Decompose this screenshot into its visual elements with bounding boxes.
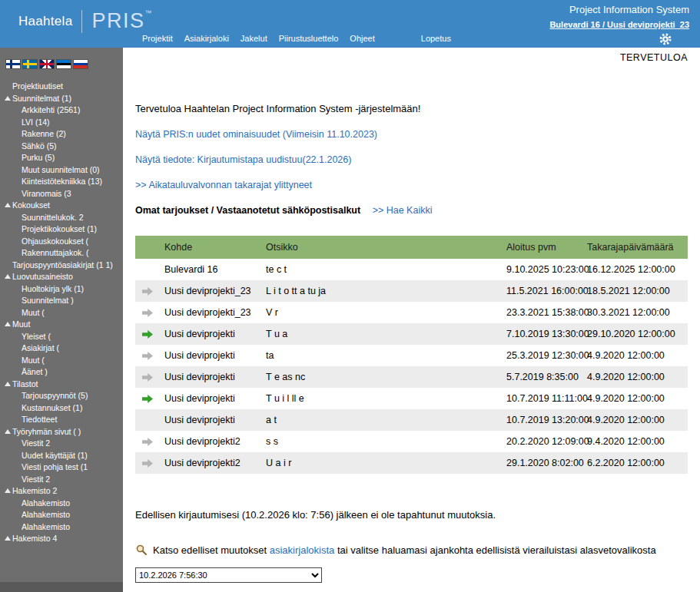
british-flag-icon[interactable] xyxy=(40,60,54,68)
tree-item[interactable]: Hakemisto 2 xyxy=(5,485,120,498)
tree-item-label: Muut ( xyxy=(22,356,45,365)
table-row[interactable]: Bulevardi 16te c t9.10.2025 10:23:0016.1… xyxy=(135,259,688,280)
expand-caret-icon[interactable] xyxy=(5,536,11,541)
tree-item-label: Purku (5) xyxy=(22,153,55,162)
tree-item[interactable]: Alahakemisto xyxy=(5,498,120,510)
table-row[interactable]: Uusi deviprojekti2U a i r29.1.2020 8:02:… xyxy=(135,452,688,474)
pris-app: Haahtela PRIS™ ProjektitAsiakirjalokiJak… xyxy=(0,0,700,592)
finnish-flag-icon[interactable] xyxy=(6,60,20,68)
cell-takaraja: 6.2.2020 12:00:00 xyxy=(582,452,688,474)
overdue-deadlines-link[interactable]: >> Aikatauluvalvonnan takarajat ylittyne… xyxy=(135,180,312,190)
cell-kohde: Bulevardi 16 xyxy=(160,259,261,280)
tree-item[interactable]: Ohjauskokoukset ( xyxy=(5,236,120,248)
tree-item[interactable]: Muut xyxy=(5,319,120,331)
tree-item[interactable]: Tarjouspyynnöt (5) xyxy=(5,390,120,402)
cell-otsikko: T u i l ll e xyxy=(261,388,502,409)
cell-takaraja: 29.10.2020 12:00:00 xyxy=(582,323,688,345)
tree-item[interactable]: Sähkö (5) xyxy=(5,141,120,153)
sidebar-bottom-strip xyxy=(0,582,123,592)
expand-caret-icon[interactable] xyxy=(5,488,11,493)
tree-item[interactable]: Viestit 2 xyxy=(5,438,120,450)
swedish-flag-icon[interactable] xyxy=(23,60,37,68)
magnifier-icon xyxy=(135,544,148,556)
tree-item[interactable]: Kiinteistötekniikka (13) xyxy=(5,176,120,188)
table-row[interactable]: Uusi deviprojektiT e as nc5.7.2019 8:35:… xyxy=(135,366,688,388)
nav-ohjeet[interactable]: Ohjeet xyxy=(350,34,374,43)
tree-item-label: Hakemisto 4 xyxy=(12,534,57,543)
table-row[interactable]: Uusi deviprojektita25.3.2019 12:30:004.9… xyxy=(135,345,688,366)
table-row[interactable]: Uusi deviprojekti_23V r23.3.2021 15:38:0… xyxy=(135,302,688,323)
tree-item[interactable]: Tiedotteet xyxy=(5,414,120,426)
tree-item[interactable]: Työryhmän sivut ( ) xyxy=(5,426,120,438)
sidebar-tree: ProjektiuutisetSuunnitelmat (1)Arkkiteht… xyxy=(0,76,123,545)
tree-item[interactable]: Muut suunnitelmat (0) xyxy=(5,164,120,177)
tree-item[interactable]: Muut ( xyxy=(5,355,120,367)
expand-caret-icon[interactable] xyxy=(5,382,11,386)
cell-aloitus: 10.7.2019 11:11:00 xyxy=(502,388,582,409)
previous-visit-select[interactable]: 10.2.2026 7:56:30 xyxy=(135,567,322,583)
expand-caret-icon[interactable] xyxy=(5,429,11,434)
tree-item[interactable]: Viranomais (3 xyxy=(5,188,120,200)
document-log-link[interactable]: asiakirjalokista xyxy=(270,544,335,556)
search-all-link[interactable]: >> Hae Kaikki xyxy=(373,205,433,216)
tree-item[interactable]: Rakennuttajakok. ( xyxy=(5,247,120,260)
tree-item[interactable]: Kustannukset (1) xyxy=(5,402,120,415)
tree-item[interactable]: Rakenne (2) xyxy=(5,128,120,141)
expand-caret-icon[interactable] xyxy=(5,96,11,101)
tree-item[interactable]: Äänet ) xyxy=(5,366,120,379)
tree-item[interactable]: Suunnitelmat (1) xyxy=(5,93,120,105)
cell-otsikko: T u a xyxy=(261,323,502,345)
estonian-flag-icon[interactable] xyxy=(57,60,71,68)
notice-link[interactable]: Näytä tiedote: Kirjautumistapa uudistuu(… xyxy=(135,154,351,165)
read-arrow-icon xyxy=(142,438,153,448)
tree-item[interactable]: Viestit 2 xyxy=(5,474,120,486)
settings-gear-icon[interactable] xyxy=(659,32,672,46)
tree-item[interactable]: Alahakemisto xyxy=(5,521,120,534)
table-row[interactable]: Uusi deviprojektiT u a7.10.2019 13:30:00… xyxy=(135,323,688,345)
tree-item[interactable]: Projektikokoukset (1) xyxy=(5,223,120,236)
tree-item[interactable]: Uudet käyttäjät (1) xyxy=(5,450,120,462)
tree-item[interactable]: Yleiset ( xyxy=(5,331,120,343)
nav-jakelut[interactable]: Jakelut xyxy=(241,34,267,43)
tree-item[interactable]: LVI (14) xyxy=(5,117,120,129)
tree-item-label: Asiakirjat ( xyxy=(22,343,59,352)
nav-lopetus[interactable]: Lopetus xyxy=(421,34,451,43)
expand-caret-icon[interactable] xyxy=(5,203,11,207)
tree-item[interactable]: Arkkitehti (2561) xyxy=(5,104,120,117)
nav-projektit[interactable]: Projektit xyxy=(142,34,173,43)
tree-item[interactable]: Hakemisto 4 xyxy=(5,533,120,545)
table-row[interactable]: Uusi deviprojekti_23L i t o tt a tu ja11… xyxy=(135,280,688,302)
tree-item-label: Sähkö (5) xyxy=(22,141,57,150)
tree-item[interactable]: Luovutusaineisto xyxy=(5,271,120,283)
tree-item-label: Muut suunnitelmat (0) xyxy=(22,165,100,174)
expand-caret-icon[interactable] xyxy=(5,274,11,279)
nav-piirustusluettelo[interactable]: Piirustusluettelo xyxy=(279,34,339,43)
tree-item-label: Viranomais (3 xyxy=(22,189,71,198)
nav-asiakirjaloki[interactable]: Asiakirjaloki xyxy=(184,34,229,43)
tree-item[interactable]: Asiakirjat ( xyxy=(5,342,120,355)
tree-item[interactable]: Kokoukset xyxy=(5,200,120,212)
tree-item[interactable]: Huoltokirja ylk (1) xyxy=(5,283,120,296)
tree-item[interactable]: Tarjouspyyntöasiakirjat (1 1) xyxy=(5,260,120,272)
tree-item[interactable]: Tilastot xyxy=(5,379,120,391)
tree-item-label: Projektiuutiset xyxy=(12,81,63,91)
welcome-label: TERVETULOA xyxy=(620,52,688,63)
tree-item[interactable]: Suunnittelukok. 2 xyxy=(5,212,120,224)
table-row[interactable]: Uusi deviprojekti2s s20.2.2020 12:09:009… xyxy=(135,431,688,452)
tree-item[interactable]: Muut ( xyxy=(5,307,120,319)
expand-caret-icon[interactable] xyxy=(5,322,11,326)
tree-item[interactable]: Suunnitelmat ) xyxy=(5,295,120,307)
russian-flag-icon[interactable] xyxy=(74,60,88,68)
offers-row: Omat tarjoukset / Vastaanotetut sähköpos… xyxy=(135,205,688,216)
current-project-link[interactable]: Bulevardi 16 / Uusi deviprojekti_23 xyxy=(549,20,689,29)
tree-item[interactable]: Alahakemisto xyxy=(5,509,120,521)
tree-item[interactable]: Viesti pohja test (1 xyxy=(5,461,120,474)
tree-item-label: Alahakemisto xyxy=(22,522,70,531)
tree-item[interactable]: Purku (5) xyxy=(5,152,120,164)
cell-takaraja: 16.12.2025 12:00:00 xyxy=(582,259,688,280)
table-row[interactable]: Uusi deviprojektia t10.7.2019 13:20:004.… xyxy=(135,409,688,431)
new-features-link[interactable]: Näytä PRIS:n uudet ominaisuudet (Viimeis… xyxy=(135,129,377,140)
tree-item[interactable]: Projektiuutiset xyxy=(5,81,120,93)
last-login-text: Edellisen kirjautumisesi (10.2.2026 klo:… xyxy=(135,509,688,521)
table-row[interactable]: Uusi deviprojektiT u i l ll e10.7.2019 1… xyxy=(135,388,688,409)
